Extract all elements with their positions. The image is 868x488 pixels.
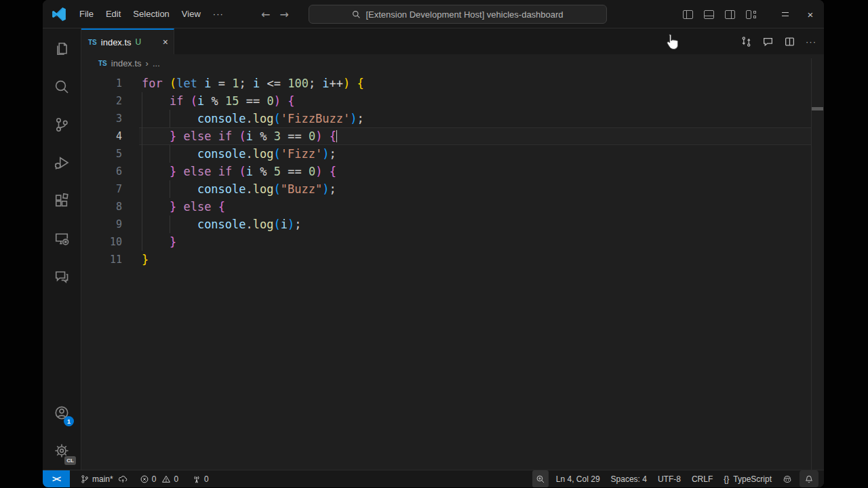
cursor-position-status[interactable]: Ln 4, Col 29 [553, 470, 604, 487]
nav-back-icon[interactable]: ← [261, 8, 270, 21]
compare-changes-icon [741, 36, 752, 47]
remote-indicator[interactable]: >< [43, 470, 70, 487]
accounts-button[interactable]: 1 [45, 394, 78, 432]
split-editor-icon [784, 36, 795, 47]
more-actions-button[interactable]: ··· [804, 34, 818, 49]
line-number[interactable]: 1 [81, 75, 142, 92]
vscode-logo-icon [52, 7, 66, 22]
code-line[interactable]: 4 } else if (i % 3 == 0) { [81, 127, 824, 145]
code-line[interactable]: 6 } else if (i % 5 == 0) { [81, 163, 824, 180]
language-mode-status[interactable]: {} TypeScript [720, 470, 775, 487]
copilot-status[interactable] [779, 470, 795, 487]
code-lines: 1for (let i = 1; i <= 100; i++) {2 if (i… [81, 75, 824, 268]
line-number[interactable]: 8 [81, 198, 142, 216]
vscode-window: File Edit Selection View ··· ← → [Extens… [43, 0, 824, 487]
menu-selection[interactable]: Selection [127, 9, 175, 19]
extensions-button[interactable] [45, 182, 78, 220]
branch-status[interactable]: main* [77, 470, 131, 487]
code-line[interactable]: 10 } [81, 233, 824, 251]
split-editor-button[interactable] [782, 34, 797, 49]
line-number[interactable]: 4 [81, 127, 142, 145]
tab-bar: TS index.ts U × [81, 28, 824, 54]
copilot-icon [783, 474, 792, 484]
line-content: console.log(i); [142, 216, 302, 233]
eol-status[interactable]: CRLF [688, 470, 716, 487]
compare-changes-button[interactable] [738, 34, 753, 49]
source-control-icon [54, 117, 70, 133]
source-control-button[interactable] [45, 106, 78, 144]
problems-status[interactable]: 0 0 [136, 470, 182, 487]
toggle-primary-sidebar-button[interactable] [677, 0, 698, 28]
code-line[interactable]: 9 console.log(i); [81, 216, 824, 233]
language-label: TypeScript [733, 474, 772, 484]
breadcrumb: TS index.ts › ... [81, 54, 824, 72]
code-line[interactable]: 1for (let i = 1; i <= 100; i++) { [81, 75, 824, 92]
indent-guide [142, 145, 142, 163]
bell-icon [804, 474, 814, 484]
branch-name: main* [92, 474, 113, 484]
screencast-zoom-button[interactable] [532, 470, 549, 487]
minimize-button[interactable] [774, 0, 797, 28]
indent-guide [142, 92, 142, 110]
indent-guide [142, 110, 142, 127]
eol-label: CRLF [692, 474, 713, 484]
line-number[interactable]: 11 [81, 251, 142, 268]
menu-edit[interactable]: Edit [100, 9, 127, 19]
menu-more-button[interactable]: ··· [207, 9, 230, 19]
nav-forward-icon[interactable]: → [279, 8, 288, 21]
tab-close-button[interactable]: × [163, 37, 168, 47]
line-content: for (let i = 1; i <= 100; i++) { [142, 75, 364, 92]
indent-guide [142, 216, 142, 233]
close-window-button[interactable]: × [797, 0, 824, 28]
code-line[interactable]: 7 console.log("Buzz"); [81, 180, 824, 198]
close-icon: × [808, 9, 814, 20]
error-icon [140, 474, 149, 484]
toggle-panel-button[interactable] [698, 0, 719, 28]
line-number[interactable]: 9 [81, 216, 142, 233]
line-number[interactable]: 6 [81, 163, 142, 180]
remote-explorer-button[interactable] [45, 220, 78, 258]
zoom-in-icon [536, 474, 545, 484]
menu-file[interactable]: File [73, 9, 100, 19]
run-debug-button[interactable] [45, 144, 78, 182]
typescript-file-icon: TS [88, 39, 97, 46]
line-number[interactable]: 7 [81, 180, 142, 198]
explorer-button[interactable] [45, 30, 78, 68]
code-line[interactable]: 11} [81, 251, 824, 268]
encoding-status[interactable]: UTF-8 [654, 470, 684, 487]
line-number[interactable]: 2 [81, 92, 142, 110]
ports-status[interactable]: 0 [189, 470, 212, 487]
settings-button[interactable]: CL [45, 432, 78, 470]
line-content: if (i % 15 == 0) { [142, 92, 294, 110]
open-chat-button[interactable] [760, 34, 775, 49]
toggle-secondary-sidebar-button[interactable] [719, 0, 741, 28]
line-number[interactable]: 5 [81, 145, 142, 163]
indent-guide [142, 127, 142, 145]
overview-ruler[interactable] [811, 58, 812, 470]
remote-explorer-icon [54, 230, 70, 247]
comments-button[interactable] [45, 258, 78, 296]
indentation-status[interactable]: Spaces: 4 [608, 470, 650, 487]
notifications-button[interactable] [800, 470, 818, 487]
code-line[interactable]: 8 } else { [81, 198, 824, 216]
code-line[interactable]: 3 console.log('FizzBuzz'); [81, 110, 824, 127]
indent-guide [170, 110, 170, 127]
search-view-button[interactable] [45, 68, 78, 106]
command-center-search[interactable]: [Extension Development Host] vehicles-da… [309, 5, 607, 24]
menu-view[interactable]: View [176, 9, 207, 19]
code-line[interactable]: 2 if (i % 15 == 0) { [81, 92, 824, 110]
code-line[interactable]: 5 console.log('Fizz'); [81, 145, 824, 163]
indent-guide [142, 163, 142, 180]
customize-layout-button[interactable] [741, 0, 762, 28]
tab-index-ts[interactable]: TS index.ts U × [81, 28, 174, 54]
search-icon [54, 79, 70, 95]
files-icon [54, 41, 70, 57]
editor-actions: ··· [738, 28, 818, 54]
breadcrumb-symbol[interactable]: ... [153, 58, 160, 68]
code-editor[interactable]: 1for (let i = 1; i <= 100; i++) {2 if (i… [81, 72, 824, 470]
line-content: } else { [142, 198, 225, 216]
line-number[interactable]: 10 [81, 233, 142, 251]
line-number[interactable]: 3 [81, 110, 142, 127]
scrollbar-thumb[interactable] [812, 107, 823, 110]
breadcrumb-file[interactable]: index.ts [111, 58, 142, 68]
